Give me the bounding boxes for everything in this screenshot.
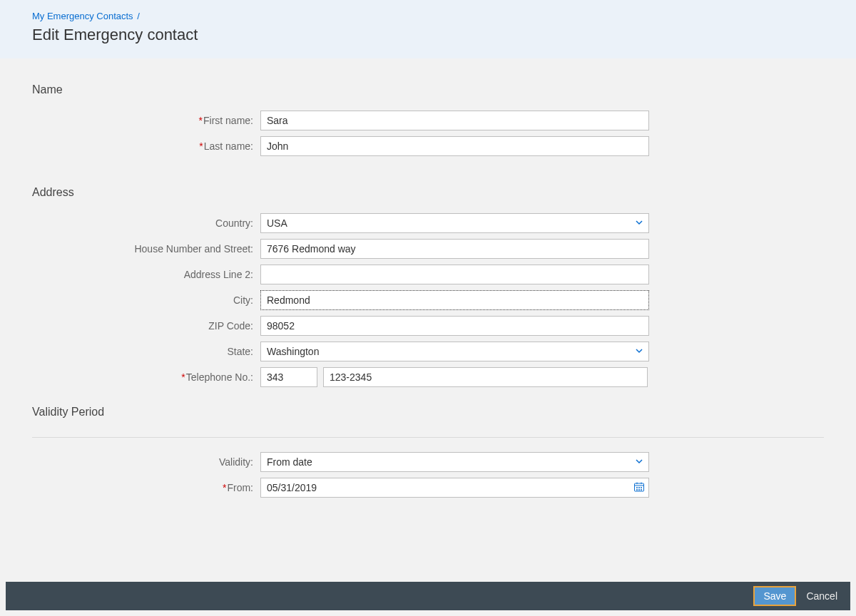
row-state: State: — [32, 340, 824, 363]
svg-point-8 — [638, 489, 639, 490]
required-mark: * — [199, 140, 203, 152]
select-state[interactable] — [260, 342, 649, 361]
validity-divider — [32, 437, 824, 438]
label-last-name: *Last name: — [32, 140, 260, 152]
row-street: House Number and Street: — [32, 237, 824, 260]
row-city: City: — [32, 289, 824, 312]
svg-point-7 — [636, 489, 637, 490]
required-mark: * — [223, 482, 226, 493]
footer-toolbar: Save Cancel — [6, 582, 850, 610]
row-zip: ZIP Code: — [32, 314, 824, 337]
select-validity-input[interactable] — [260, 452, 649, 472]
datepicker-from[interactable] — [260, 478, 649, 498]
breadcrumb-parent-link[interactable]: My Emergency Contacts — [32, 11, 133, 21]
section-title-address: Address — [32, 186, 824, 199]
page-header: My Emergency Contacts / Edit Emergency c… — [0, 0, 856, 58]
row-country: Country: — [32, 212, 824, 235]
svg-point-5 — [638, 487, 639, 488]
input-line2[interactable] — [260, 265, 649, 284]
label-first-name: *First name: — [32, 115, 260, 126]
row-telephone: *Telephone No.: — [32, 366, 824, 389]
row-first-name: *First name: — [32, 109, 824, 132]
input-from-date[interactable] — [260, 478, 649, 498]
row-validity: Validity: — [32, 451, 824, 473]
input-city[interactable] — [260, 290, 649, 310]
input-tel-area[interactable] — [260, 367, 317, 387]
label-telephone: *Telephone No.: — [32, 371, 260, 383]
save-button[interactable]: Save — [753, 586, 796, 606]
page-title: Edit Emergency contact — [32, 26, 824, 44]
calendar-icon[interactable] — [633, 481, 645, 493]
row-from-date: *From: — [32, 476, 824, 499]
svg-point-9 — [641, 489, 641, 490]
label-zip: ZIP Code: — [32, 320, 260, 332]
label-country: Country: — [32, 217, 260, 229]
label-validity: Validity: — [32, 456, 260, 468]
required-mark: * — [199, 115, 203, 126]
label-line2: Address Line 2: — [32, 269, 260, 280]
input-zip[interactable] — [260, 316, 649, 336]
svg-point-6 — [641, 487, 641, 488]
row-line2: Address Line 2: — [32, 263, 824, 286]
input-first-name[interactable] — [260, 111, 649, 130]
label-street: House Number and Street: — [32, 243, 260, 255]
row-last-name: *Last name: — [32, 135, 824, 158]
label-from-date: *From: — [32, 482, 260, 493]
input-street[interactable] — [260, 239, 649, 259]
form-area: Name *First name: *Last name: Address Co… — [0, 58, 856, 516]
select-state-input[interactable] — [260, 342, 649, 361]
input-last-name[interactable] — [260, 136, 649, 156]
breadcrumb: My Emergency Contacts / — [32, 11, 824, 21]
section-title-name: Name — [32, 83, 824, 96]
label-state: State: — [32, 346, 260, 357]
select-country-input[interactable] — [260, 213, 649, 233]
select-validity[interactable] — [260, 452, 649, 472]
section-title-validity: Validity Period — [32, 406, 824, 424]
label-city: City: — [32, 294, 260, 306]
input-tel-number[interactable] — [323, 367, 648, 387]
svg-point-4 — [636, 487, 637, 488]
cancel-button[interactable]: Cancel — [806, 590, 837, 602]
breadcrumb-separator: / — [137, 11, 140, 21]
select-country[interactable] — [260, 213, 649, 233]
required-mark: * — [181, 371, 185, 383]
